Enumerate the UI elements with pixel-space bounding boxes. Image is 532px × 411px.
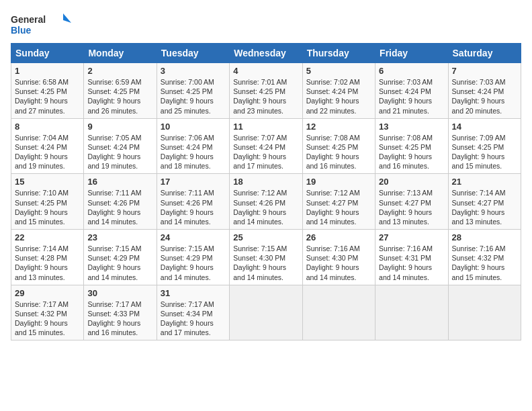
- calendar-cell: 12Sunrise: 7:08 AMSunset: 4:25 PMDayligh…: [302, 118, 375, 174]
- calendar-cell: 20Sunrise: 7:13 AMSunset: 4:27 PMDayligh…: [375, 174, 448, 230]
- calendar-cell: 4Sunrise: 7:01 AMSunset: 4:25 PMDaylight…: [230, 63, 302, 119]
- day-number: 29: [15, 288, 80, 298]
- day-number: 27: [379, 232, 444, 242]
- calendar-cell: 26Sunrise: 7:16 AMSunset: 4:30 PMDayligh…: [302, 230, 375, 285]
- cell-content: Sunrise: 7:16 AMSunset: 4:31 PMDaylight:…: [379, 244, 444, 282]
- day-number: 16: [87, 177, 152, 187]
- calendar-cell: 17Sunrise: 7:11 AMSunset: 4:26 PMDayligh…: [157, 174, 229, 230]
- day-number: 26: [306, 232, 371, 242]
- cell-content: Sunrise: 7:11 AMSunset: 4:26 PMDaylight:…: [161, 188, 226, 226]
- calendar-cell: [230, 285, 302, 340]
- header-day-wednesday: Wednesday: [230, 44, 302, 63]
- cell-content: Sunrise: 7:16 AMSunset: 4:32 PMDaylight:…: [452, 244, 517, 282]
- header-day-saturday: Saturday: [448, 44, 521, 63]
- logo: General Blue: [11, 11, 71, 38]
- cell-content: Sunrise: 6:59 AMSunset: 4:25 PMDaylight:…: [87, 77, 152, 116]
- logo-svg: General Blue: [11, 11, 71, 38]
- calendar-cell: [375, 285, 448, 340]
- calendar-cell: 18Sunrise: 7:12 AMSunset: 4:26 PMDayligh…: [230, 174, 302, 230]
- calendar-cell: 8Sunrise: 7:04 AMSunset: 4:24 PMDaylight…: [11, 118, 84, 174]
- cell-content: Sunrise: 7:17 AMSunset: 4:32 PMDaylight:…: [15, 300, 80, 338]
- calendar-cell: 11Sunrise: 7:07 AMSunset: 4:24 PMDayligh…: [230, 118, 302, 174]
- calendar-cell: 24Sunrise: 7:15 AMSunset: 4:29 PMDayligh…: [157, 230, 229, 285]
- cell-content: Sunrise: 7:14 AMSunset: 4:28 PMDaylight:…: [15, 244, 80, 282]
- calendar-cell: 9Sunrise: 7:05 AMSunset: 4:24 PMDaylight…: [84, 118, 157, 174]
- calendar-cell: 13Sunrise: 7:08 AMSunset: 4:25 PMDayligh…: [375, 118, 448, 174]
- day-number: 28: [452, 232, 517, 242]
- cell-content: Sunrise: 7:00 AMSunset: 4:25 PMDaylight:…: [161, 77, 226, 116]
- calendar-cell: 6Sunrise: 7:03 AMSunset: 4:24 PMDaylight…: [375, 63, 448, 119]
- calendar-cell: 22Sunrise: 7:14 AMSunset: 4:28 PMDayligh…: [11, 230, 84, 285]
- cell-content: Sunrise: 7:17 AMSunset: 4:33 PMDaylight:…: [87, 300, 152, 338]
- svg-text:Blue: Blue: [11, 25, 32, 36]
- calendar-cell: [448, 285, 521, 340]
- cell-content: Sunrise: 7:07 AMSunset: 4:24 PMDaylight:…: [233, 133, 298, 171]
- day-number: 7: [452, 66, 517, 76]
- day-number: 2: [87, 66, 152, 76]
- cell-content: Sunrise: 7:15 AMSunset: 4:29 PMDaylight:…: [87, 244, 152, 282]
- cell-content: Sunrise: 7:09 AMSunset: 4:25 PMDaylight:…: [452, 133, 517, 171]
- cell-content: Sunrise: 7:14 AMSunset: 4:27 PMDaylight:…: [452, 188, 517, 226]
- cell-content: Sunrise: 7:13 AMSunset: 4:27 PMDaylight:…: [379, 188, 444, 226]
- day-number: 20: [379, 177, 444, 187]
- header-day-monday: Monday: [84, 44, 157, 63]
- calendar-week-row: 1Sunrise: 6:58 AMSunset: 4:25 PMDaylight…: [11, 63, 521, 119]
- cell-content: Sunrise: 7:04 AMSunset: 4:24 PMDaylight:…: [15, 133, 80, 171]
- header-day-friday: Friday: [375, 44, 448, 63]
- day-number: 1: [15, 66, 80, 76]
- calendar-table: SundayMondayTuesdayWednesdayThursdayFrid…: [11, 43, 521, 340]
- cell-content: Sunrise: 7:03 AMSunset: 4:24 PMDaylight:…: [452, 77, 517, 116]
- cell-content: Sunrise: 7:08 AMSunset: 4:25 PMDaylight:…: [306, 133, 371, 171]
- calendar-week-row: 15Sunrise: 7:10 AMSunset: 4:25 PMDayligh…: [11, 174, 521, 230]
- day-number: 9: [87, 122, 152, 132]
- day-number: 15: [15, 177, 80, 187]
- cell-content: Sunrise: 7:03 AMSunset: 4:24 PMDaylight:…: [379, 77, 444, 116]
- calendar-cell: 5Sunrise: 7:02 AMSunset: 4:24 PMDaylight…: [302, 63, 375, 119]
- day-number: 11: [233, 122, 298, 132]
- header-day-sunday: Sunday: [11, 44, 84, 63]
- calendar-cell: 15Sunrise: 7:10 AMSunset: 4:25 PMDayligh…: [11, 174, 84, 230]
- calendar-cell: 7Sunrise: 7:03 AMSunset: 4:24 PMDaylight…: [448, 63, 521, 119]
- calendar-cell: 14Sunrise: 7:09 AMSunset: 4:25 PMDayligh…: [448, 118, 521, 174]
- calendar-cell: [302, 285, 375, 340]
- cell-content: Sunrise: 6:58 AMSunset: 4:25 PMDaylight:…: [15, 77, 80, 116]
- cell-content: Sunrise: 7:17 AMSunset: 4:34 PMDaylight:…: [161, 300, 226, 338]
- calendar-cell: 21Sunrise: 7:14 AMSunset: 4:27 PMDayligh…: [448, 174, 521, 230]
- day-number: 19: [306, 177, 371, 187]
- day-number: 3: [161, 66, 226, 76]
- calendar-cell: 29Sunrise: 7:17 AMSunset: 4:32 PMDayligh…: [11, 285, 84, 340]
- day-number: 12: [306, 122, 371, 132]
- calendar-cell: 1Sunrise: 6:58 AMSunset: 4:25 PMDaylight…: [11, 63, 84, 119]
- day-number: 13: [379, 122, 444, 132]
- day-number: 8: [15, 122, 80, 132]
- calendar-cell: 2Sunrise: 6:59 AMSunset: 4:25 PMDaylight…: [84, 63, 157, 119]
- cell-content: Sunrise: 7:01 AMSunset: 4:25 PMDaylight:…: [233, 77, 298, 116]
- calendar-cell: 3Sunrise: 7:00 AMSunset: 4:25 PMDaylight…: [157, 63, 229, 119]
- calendar-week-row: 22Sunrise: 7:14 AMSunset: 4:28 PMDayligh…: [11, 230, 521, 285]
- cell-content: Sunrise: 7:12 AMSunset: 4:26 PMDaylight:…: [233, 188, 298, 226]
- calendar-cell: 27Sunrise: 7:16 AMSunset: 4:31 PMDayligh…: [375, 230, 448, 285]
- day-number: 30: [87, 288, 152, 298]
- calendar-cell: 25Sunrise: 7:15 AMSunset: 4:30 PMDayligh…: [230, 230, 302, 285]
- cell-content: Sunrise: 7:10 AMSunset: 4:25 PMDaylight:…: [15, 188, 80, 226]
- calendar-cell: 28Sunrise: 7:16 AMSunset: 4:32 PMDayligh…: [448, 230, 521, 285]
- svg-marker-2: [63, 13, 71, 23]
- cell-content: Sunrise: 7:15 AMSunset: 4:30 PMDaylight:…: [233, 244, 298, 282]
- cell-content: Sunrise: 7:06 AMSunset: 4:24 PMDaylight:…: [161, 133, 226, 171]
- day-number: 5: [306, 66, 371, 76]
- day-number: 24: [161, 232, 226, 242]
- day-number: 4: [233, 66, 298, 76]
- calendar-week-row: 8Sunrise: 7:04 AMSunset: 4:24 PMDaylight…: [11, 118, 521, 174]
- cell-content: Sunrise: 7:16 AMSunset: 4:30 PMDaylight:…: [306, 244, 371, 282]
- calendar-cell: 19Sunrise: 7:12 AMSunset: 4:27 PMDayligh…: [302, 174, 375, 230]
- cell-content: Sunrise: 7:12 AMSunset: 4:27 PMDaylight:…: [306, 188, 371, 226]
- day-number: 14: [452, 122, 517, 132]
- cell-content: Sunrise: 7:08 AMSunset: 4:25 PMDaylight:…: [379, 133, 444, 171]
- day-number: 23: [87, 232, 152, 242]
- day-number: 10: [161, 122, 226, 132]
- cell-content: Sunrise: 7:02 AMSunset: 4:24 PMDaylight:…: [306, 77, 371, 116]
- calendar-cell: 23Sunrise: 7:15 AMSunset: 4:29 PMDayligh…: [84, 230, 157, 285]
- cell-content: Sunrise: 7:05 AMSunset: 4:24 PMDaylight:…: [87, 133, 152, 171]
- day-number: 31: [161, 288, 226, 298]
- day-number: 17: [161, 177, 226, 187]
